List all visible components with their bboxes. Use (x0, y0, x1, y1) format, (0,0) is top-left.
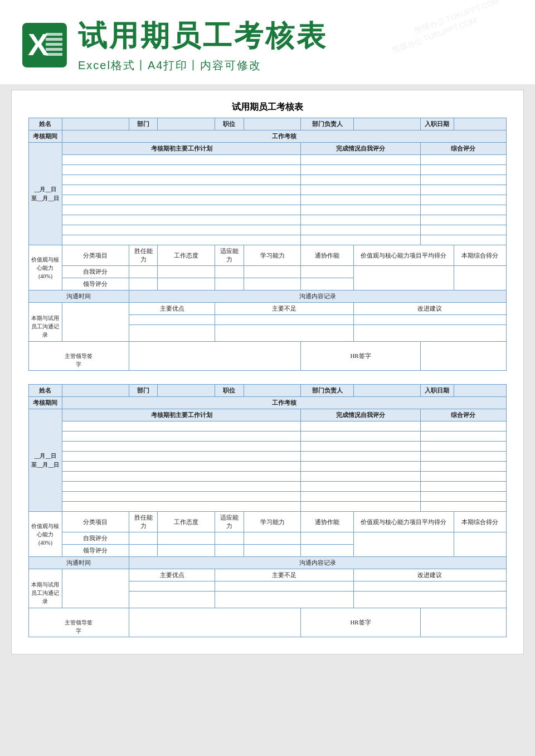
label-period-score-1: 本期综合得分 (454, 245, 506, 266)
label-values-score-2: 价值观与核心能力项目平均得分 (353, 512, 454, 532)
label-category-2: 分类项目 (62, 512, 129, 532)
value-entrydate-1[interactable] (454, 118, 506, 130)
label-hr-sign-1: HR签字 (301, 342, 420, 371)
label-strengths-1: 主要优点 (129, 303, 215, 315)
label-comm-ability-2: 通协作能 (301, 512, 353, 532)
label-selfeval-2: 完成情况自我评分 (301, 409, 420, 421)
label-self-score-2: 自我评分 (62, 532, 129, 545)
label-period-1: 考核期间 (29, 130, 62, 143)
label-suggestions-2: 改进建议 (353, 569, 506, 581)
label-suggestions-1: 改进建议 (353, 303, 506, 315)
label-entrydate-2: 入职日期 (420, 385, 454, 397)
label-supervisor-1: 主管领导签 字 (29, 342, 129, 371)
label-hr-sign-2: HR签字 (301, 608, 420, 637)
label-weaknesses-1: 主要不足 (215, 303, 354, 315)
main-title: 试用期员工考核表 (78, 17, 513, 56)
label-name-2: 姓名 (29, 385, 62, 397)
svg-rect-2 (46, 33, 62, 36)
label-values-score-1: 价值观与核心能力项目平均得分 (353, 245, 454, 266)
form-table-2: 姓名 部门 职位 部门负责人 入职日期 考核期间 工作考核 __月__日 至__… (28, 384, 507, 637)
form-gap (28, 371, 507, 384)
svg-rect-3 (46, 38, 62, 41)
label-values-1: 价值观与核 心能力 (40%) (29, 245, 62, 290)
period-cell-1[interactable]: __月__日 至__月__日 (29, 143, 62, 245)
label-pos-2: 职位 (215, 385, 244, 397)
label-comm-record-2: 沟通内容记录 (129, 557, 506, 569)
label-period-2: 考核期间 (29, 397, 62, 409)
svg-rect-5 (46, 48, 62, 51)
label-comm-section-2: 本期与试用 员工沟通记录 (29, 569, 62, 608)
label-comm-record-1: 沟通内容记录 (129, 290, 506, 303)
label-depthead-2: 部门负责人 (301, 385, 353, 397)
label-comp-1: 胜任能力 (129, 245, 157, 266)
label-workplan-1: 考核期初主要工作计划 (62, 143, 300, 155)
label-comm-section-1: 本期与试用 员工沟通记录 (29, 303, 62, 342)
label-work-review-2: 工作考核 (62, 397, 506, 409)
label-supervisor-2: 主管领导签 字 (29, 608, 129, 637)
period-cell-2[interactable]: __月__日 至__月__日 (29, 409, 62, 512)
value-entrydate-2[interactable] (454, 385, 506, 397)
value-pos-2[interactable] (244, 385, 301, 397)
value-depthead-1[interactable] (353, 118, 420, 130)
label-adapt-2: 适应能力 (215, 512, 244, 532)
label-category-1: 分类项目 (62, 245, 129, 266)
label-self-score-1: 自我评分 (62, 266, 129, 278)
value-dept-1[interactable] (158, 118, 215, 130)
value-pos-1[interactable] (244, 118, 301, 130)
label-adapt-1: 适应能力 (215, 245, 244, 266)
form-title-1: 试用期员工考核表 (28, 101, 507, 113)
label-leadereval-1: 综合评分 (420, 143, 506, 155)
label-att-2: 工作态度 (158, 512, 215, 532)
label-name-1: 姓名 (29, 118, 62, 130)
label-att-1: 工作态度 (158, 245, 215, 266)
form-table-1: 姓名 部门 职位 部门负责人 入职日期 考核期间 工作考核 __月__日 至__… (28, 118, 507, 371)
value-name-1[interactable] (62, 118, 129, 130)
sub-title: Excel格式丨A4打印丨内容可修改 (78, 58, 513, 73)
svg-rect-4 (46, 43, 62, 46)
label-comm-ability-1: 通协作能 (301, 245, 353, 266)
label-comp-2: 胜任能力 (129, 512, 157, 532)
label-leadereval-2: 综合评分 (420, 409, 506, 421)
label-work-review-1: 工作考核 (62, 130, 506, 143)
label-dept-2: 部门 (129, 385, 157, 397)
label-selfeval-1: 完成情况自我评分 (301, 143, 420, 155)
label-values-2: 价值观与核 心能力 (40%) (29, 512, 62, 557)
label-strengths-2: 主要优点 (129, 569, 215, 581)
label-learn-2: 学习能力 (244, 512, 301, 532)
label-comm-time-1: 沟通时间 (29, 290, 129, 303)
header-text: 试用期员工考核表 Excel格式丨A4打印丨内容可修改 (78, 17, 513, 73)
label-comm-time-2: 沟通时间 (29, 557, 129, 569)
label-workplan-2: 考核期初主要工作计划 (62, 409, 300, 421)
svg-rect-6 (46, 53, 62, 56)
svg-text:X: X (28, 27, 48, 62)
value-dept-2[interactable] (158, 385, 215, 397)
label-learn-1: 学习能力 (244, 245, 301, 266)
label-pos-1: 职位 (215, 118, 244, 130)
label-period-score-2: 本期综合得分 (454, 512, 506, 532)
value-name-2[interactable] (62, 385, 129, 397)
label-leader-score-2: 领导评分 (62, 545, 129, 557)
page-header: X 试用期员工考核表 Excel格式丨A4打印丨内容可修改 熊猫办公 TUKUP… (0, 0, 535, 84)
label-dept-1: 部门 (129, 118, 157, 130)
workplan-row-1[interactable] (62, 155, 300, 165)
excel-icon: X (22, 23, 67, 67)
label-depthead-1: 部门负责人 (301, 118, 353, 130)
content-area: 试用期员工考核表 姓名 部门 职位 部门负责人 入职日期 考核期间 工作考核 _… (11, 90, 524, 655)
value-depthead-2[interactable] (353, 385, 420, 397)
label-leader-score-1: 领导评分 (62, 278, 129, 290)
label-entrydate-1: 入职日期 (420, 118, 454, 130)
label-weaknesses-2: 主要不足 (215, 569, 354, 581)
